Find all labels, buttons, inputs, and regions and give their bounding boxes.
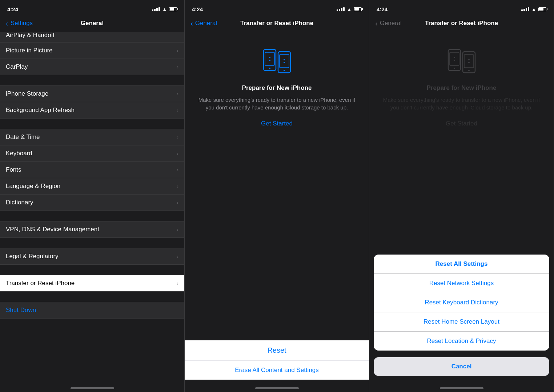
settings-item-date-time[interactable]: Date & Time ›: [0, 129, 184, 145]
settings-group-4: VPN, DNS & Device Management ›: [0, 221, 184, 238]
chevron-icon: ›: [177, 91, 178, 97]
svg-point-12: [454, 68, 455, 69]
panel-general: 4:24 ▲ ‹ Settings General AirPlay & Hand…: [0, 0, 185, 392]
group-divider: [0, 238, 184, 248]
cancel-button[interactable]: Cancel: [374, 357, 549, 376]
status-bar-1: 4:24 ▲: [0, 0, 184, 16]
reset-network-settings-button[interactable]: Reset Network Settings: [374, 274, 549, 293]
settings-item-language-region[interactable]: Language & Region ›: [0, 178, 184, 195]
signal-icon: [521, 7, 529, 11]
battery-icon: [354, 7, 362, 11]
chevron-icon: ›: [177, 280, 178, 286]
wifi-icon: ▲: [347, 7, 352, 12]
settings-group-2: iPhone Storage › Background App Refresh …: [0, 85, 184, 119]
svg-point-9: [284, 62, 285, 63]
nav-title-2: Transfer or Reset iPhone: [240, 20, 313, 27]
settings-item-vpn[interactable]: VPN, DNS & Device Management ›: [0, 221, 184, 238]
content-area-2: Prepare for New iPhone Make sure everyth…: [185, 32, 369, 340]
group-divider: [0, 265, 184, 275]
transfer-icon: [261, 47, 293, 77]
transfer-icon-dimmed: [445, 47, 478, 77]
status-time-3: 4:24: [377, 6, 388, 12]
svg-point-18: [468, 59, 470, 60]
get-started-button[interactable]: Get Started: [261, 120, 293, 127]
wifi-icon: ▲: [162, 7, 167, 12]
chevron-icon: ›: [177, 107, 178, 113]
reset-home-screen-button[interactable]: Reset Home Screen Layout: [374, 312, 549, 332]
signal-icon: [152, 7, 160, 11]
settings-item-transfer-reset[interactable]: Transfer or Reset iPhone ›: [0, 275, 184, 292]
cancel-section: Cancel: [374, 357, 549, 376]
svg-point-5: [284, 70, 285, 71]
partial-item-label: AirPlay & Handoff: [6, 32, 55, 39]
back-button-2[interactable]: ‹ General: [190, 19, 217, 28]
nav-title-1: General: [81, 20, 104, 27]
svg-point-8: [284, 59, 285, 60]
status-icons-2: ▲: [337, 7, 362, 12]
back-button-1[interactable]: ‹ Settings: [6, 19, 33, 28]
nav-bar-3: ‹ General Transfer or Reset iPhone: [369, 16, 554, 32]
settings-group-1: Picture in Picture › CarPlay ›: [0, 42, 184, 75]
wifi-icon: ▲: [531, 7, 536, 12]
reset-modal-area: Prepare for New iPhone Make sure everyth…: [369, 32, 554, 380]
settings-item-keyboard[interactable]: Keyboard ›: [0, 145, 184, 162]
chevron-icon: ›: [177, 64, 178, 70]
svg-point-15: [468, 70, 470, 71]
chevron-icon: ›: [177, 253, 178, 259]
nav-title-3: Transfer or Reset iPhone: [425, 20, 498, 27]
back-button-3: ‹ General: [375, 19, 402, 28]
erase-button[interactable]: Erase All Content and Settings: [185, 360, 369, 380]
group-divider: [0, 119, 184, 129]
group-divider: [0, 292, 184, 302]
transfer-desc-dimmed: Make sure everything's ready to transfer…: [381, 96, 542, 111]
svg-point-19: [468, 62, 470, 63]
panel-transfer-reset: 4:24 ▲ ‹ General Transfer or Reset iPhon…: [185, 0, 369, 392]
settings-item-legal[interactable]: Legal & Regulatory ›: [0, 248, 184, 265]
transfer-title: Prepare for New iPhone: [242, 84, 312, 92]
home-indicator-2: [185, 380, 369, 392]
settings-group-6: Transfer or Reset iPhone ›: [0, 275, 184, 292]
status-bar-3: 4:24 ▲: [369, 0, 554, 16]
svg-point-7: [269, 60, 270, 61]
chevron-icon: ›: [177, 134, 178, 140]
svg-point-6: [269, 57, 270, 58]
svg-rect-1: [265, 52, 274, 65]
back-label-2: General: [195, 20, 217, 27]
svg-rect-14: [464, 55, 474, 68]
reset-keyboard-dictionary-button[interactable]: Reset Keyboard Dictionary: [374, 293, 549, 312]
transfer-desc: Make sure everything's ready to transfer…: [196, 96, 357, 111]
status-bar-2: 4:24 ▲: [185, 0, 369, 16]
settings-item-iphone-storage[interactable]: iPhone Storage ›: [0, 85, 184, 102]
settings-item-picture-in-picture[interactable]: Picture in Picture ›: [0, 42, 184, 59]
nav-bar-1: ‹ Settings General: [0, 16, 184, 32]
status-time-1: 4:24: [7, 6, 18, 12]
battery-icon: [169, 7, 177, 11]
panel-reset-modal: 4:24 ▲ ‹ General Transfer or Reset iPhon…: [369, 0, 554, 392]
home-indicator-1: [0, 380, 184, 392]
status-time-2: 4:24: [192, 6, 203, 12]
settings-item-fonts[interactable]: Fonts ›: [0, 162, 184, 178]
settings-item-background-app-refresh[interactable]: Background App Refresh ›: [0, 102, 184, 119]
settings-item-carplay[interactable]: CarPlay ›: [0, 59, 184, 75]
group-divider: [0, 75, 184, 85]
chevron-icon: ›: [177, 227, 178, 232]
reset-button[interactable]: Reset: [185, 340, 369, 360]
svg-point-16: [454, 57, 455, 58]
svg-point-2: [269, 68, 270, 69]
reset-all-settings-button[interactable]: Reset All Settings: [374, 255, 549, 274]
back-label-3: General: [380, 20, 402, 27]
settings-item-dictionary[interactable]: Dictionary ›: [0, 195, 184, 211]
shutdown-button[interactable]: Shut Down: [0, 302, 184, 319]
nav-bar-2: ‹ General Transfer or Reset iPhone: [185, 16, 369, 32]
group-divider: [0, 211, 184, 221]
reset-location-privacy-button[interactable]: Reset Location & Privacy: [374, 332, 549, 351]
transfer-title-dimmed: Prepare for New iPhone: [427, 84, 497, 92]
battery-icon: [538, 7, 546, 11]
settings-group-3: Date & Time › Keyboard › Fonts › Languag…: [0, 129, 184, 211]
partial-item: AirPlay & Handoff: [0, 32, 184, 42]
chevron-icon: ›: [177, 48, 178, 53]
back-arrow-1: ‹: [6, 19, 8, 28]
home-indicator-3: [369, 380, 554, 392]
settings-group-5: Legal & Regulatory ›: [0, 248, 184, 265]
svg-rect-4: [280, 55, 289, 68]
